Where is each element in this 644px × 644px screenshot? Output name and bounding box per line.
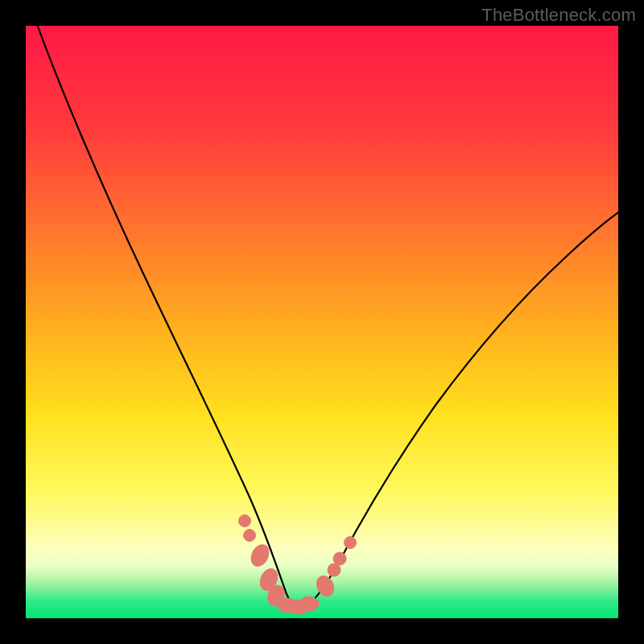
svg-point-8 bbox=[299, 597, 319, 611]
marker-group bbox=[239, 515, 357, 615]
response-curve bbox=[38, 26, 618, 607]
watermark-text: TheBottleneck.com bbox=[481, 5, 636, 26]
svg-point-1 bbox=[239, 515, 251, 527]
curve-layer bbox=[26, 26, 618, 618]
svg-point-10 bbox=[328, 564, 341, 576]
svg-point-2 bbox=[244, 530, 256, 542]
plot-area bbox=[26, 26, 618, 618]
svg-point-12 bbox=[345, 537, 357, 549]
chart-frame: TheBottleneck.com bbox=[0, 0, 644, 644]
svg-point-11 bbox=[333, 552, 346, 565]
